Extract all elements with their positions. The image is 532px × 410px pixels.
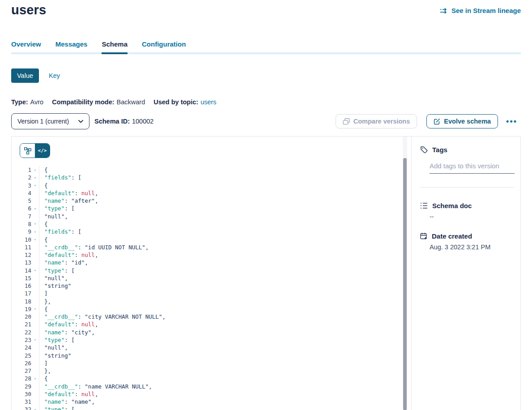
evolve-schema-button[interactable]: Evolve schema bbox=[426, 114, 498, 128]
fold-arrow-icon[interactable]: ▾ bbox=[31, 168, 39, 172]
code-text: "default": null, bbox=[39, 390, 403, 398]
code-line: 28▾ { bbox=[12, 375, 403, 382]
code-text: }, bbox=[39, 367, 403, 375]
tab-configuration[interactable]: Configuration bbox=[142, 39, 186, 54]
fold-arrow-icon[interactable]: ▾ bbox=[31, 175, 39, 180]
page-title: users bbox=[11, 3, 46, 17]
more-actions-button[interactable]: ••• bbox=[502, 114, 521, 128]
code-line: 6▾ "type": [ bbox=[12, 205, 403, 212]
code-view-button[interactable]: </> bbox=[35, 144, 50, 158]
tab-messages[interactable]: Messages bbox=[55, 39, 88, 54]
code-text: "name": "name", bbox=[39, 398, 403, 406]
line-number: 30 bbox=[12, 391, 31, 397]
ellipsis-icon: ••• bbox=[506, 119, 517, 124]
fold-arrow-icon[interactable]: ▾ bbox=[31, 230, 39, 234]
tags-input[interactable] bbox=[430, 161, 515, 174]
code-line: 3▾ { bbox=[12, 182, 403, 189]
code-line: 8▾ { bbox=[12, 220, 403, 228]
version-select-value: Version 1 (current) bbox=[17, 118, 69, 125]
schema-panel: </> 1▾{2▾ "fields": [3▾ {4 "default": nu… bbox=[11, 136, 521, 410]
code-text: ] bbox=[39, 359, 403, 367]
fold-arrow-icon[interactable]: ▾ bbox=[31, 268, 39, 273]
line-number: 12 bbox=[12, 252, 31, 258]
code-line: 20 "__crdb__": "city VARCHAR NOT NULL", bbox=[12, 313, 403, 320]
code-line: 1▾{ bbox=[12, 166, 403, 174]
fold-arrow-icon[interactable]: ▾ bbox=[31, 337, 39, 342]
line-number: 7 bbox=[12, 213, 31, 220]
line-number: 32 bbox=[12, 406, 31, 410]
meta-item: Used by topic:users bbox=[153, 98, 216, 106]
line-number: 15 bbox=[12, 275, 31, 282]
line-number: 28 bbox=[12, 375, 31, 382]
line-number: 13 bbox=[12, 259, 31, 266]
line-number: 25 bbox=[12, 352, 31, 359]
meta-item: Compatibility mode:Backward bbox=[52, 98, 145, 106]
code-text: "__crdb__": "id UUID NOT NULL", bbox=[39, 243, 403, 251]
compare-versions-button[interactable]: Compare versions bbox=[336, 114, 417, 128]
code-text: "type": [ bbox=[39, 266, 403, 274]
see-in-stream-lineage-link[interactable]: See in Stream lineage bbox=[440, 7, 521, 14]
value-toggle-button[interactable]: Value bbox=[11, 68, 39, 83]
line-number: 6 bbox=[12, 205, 31, 212]
code-text: "default": null, bbox=[39, 251, 403, 259]
code-line: 11 "__crdb__": "id UUID NOT NULL", bbox=[12, 243, 403, 251]
schema-doc-section-header: Schema doc bbox=[420, 202, 472, 209]
code-text: "name": "after", bbox=[39, 197, 403, 205]
tree-view-button[interactable] bbox=[20, 144, 35, 158]
code-line: 12 "default": null, bbox=[12, 251, 403, 259]
fold-arrow-icon[interactable]: ▾ bbox=[31, 237, 39, 242]
code-text: }, bbox=[39, 298, 403, 305]
code-line: 7 "null", bbox=[12, 213, 403, 220]
code-text: ] bbox=[39, 290, 403, 297]
schema-id-value: 100002 bbox=[132, 118, 153, 125]
line-number: 11 bbox=[12, 244, 31, 251]
code-text: "__crdb__": "name VARCHAR NULL", bbox=[39, 382, 403, 390]
code-text: "fields": [ bbox=[39, 228, 403, 235]
schema-id: Schema ID: 100002 bbox=[94, 113, 153, 129]
code-text: "type": [ bbox=[39, 336, 403, 344]
code-text: "string" bbox=[39, 351, 403, 359]
date-created-section-header: Date created bbox=[420, 232, 472, 240]
code-text: "__crdb__": "city VARCHAR NOT NULL", bbox=[39, 313, 403, 320]
code-line: 29 "__crdb__": "name VARCHAR NULL", bbox=[12, 382, 403, 390]
meta-label: Type: bbox=[11, 98, 28, 106]
code-text: { bbox=[39, 220, 403, 228]
line-number: 22 bbox=[12, 329, 31, 336]
line-number: 20 bbox=[12, 313, 31, 320]
tab-overview[interactable]: Overview bbox=[11, 39, 41, 54]
code-line: 14▾ "type": [ bbox=[12, 266, 403, 274]
line-number: 17 bbox=[12, 290, 31, 297]
code-text: { bbox=[39, 235, 403, 243]
line-number: 10 bbox=[12, 236, 31, 243]
code-line: 32▾ "type": [ bbox=[12, 406, 403, 410]
meta-item: Type:Avro bbox=[11, 98, 43, 106]
code-text: "null", bbox=[39, 213, 403, 220]
version-bar: Version 1 (current) Schema ID: 100002 Co… bbox=[11, 113, 521, 129]
version-select[interactable]: Version 1 (current) bbox=[11, 113, 89, 129]
fold-arrow-icon[interactable]: ▾ bbox=[31, 376, 39, 381]
code-line: 22 "name": "city", bbox=[12, 329, 403, 336]
compare-versions-label: Compare versions bbox=[353, 118, 410, 125]
lineage-link-label: See in Stream lineage bbox=[451, 7, 521, 14]
code-line: 18 }, bbox=[12, 298, 403, 305]
code-text: "null", bbox=[39, 344, 403, 351]
fold-arrow-icon[interactable]: ▾ bbox=[31, 307, 39, 311]
code-line: 4 "default": null, bbox=[12, 189, 403, 197]
key-toggle-button[interactable]: Key bbox=[49, 72, 60, 79]
scrollbar-thumb[interactable] bbox=[403, 158, 407, 410]
tags-title: Tags bbox=[432, 146, 447, 154]
line-number: 4 bbox=[12, 190, 31, 196]
fold-arrow-icon[interactable]: ▾ bbox=[31, 222, 39, 226]
fold-arrow-icon[interactable]: ▾ bbox=[31, 206, 39, 211]
meta-value-link[interactable]: users bbox=[200, 98, 216, 106]
editor-view-toggle: </> bbox=[20, 143, 50, 158]
editor-scrollbar bbox=[403, 137, 407, 410]
fold-arrow-icon[interactable]: ▾ bbox=[31, 183, 39, 188]
code-line: 16 "string" bbox=[12, 282, 403, 290]
line-number: 31 bbox=[12, 398, 31, 405]
fold-arrow-icon[interactable]: ▾ bbox=[31, 407, 39, 410]
line-number: 26 bbox=[12, 360, 31, 367]
code-line: 10▾ { bbox=[12, 235, 403, 243]
tab-schema[interactable]: Schema bbox=[102, 39, 128, 54]
code-text: "name": "id", bbox=[39, 259, 403, 266]
